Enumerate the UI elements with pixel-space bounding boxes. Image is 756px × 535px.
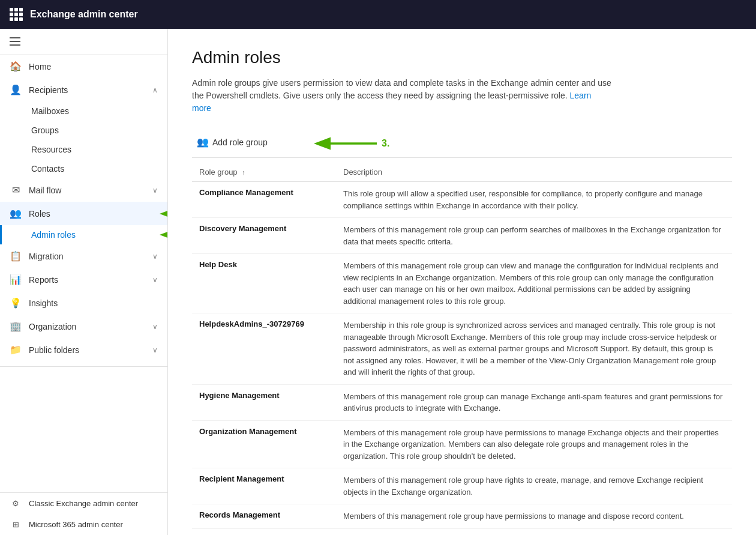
app-launcher-icon[interactable] [10, 8, 23, 21]
sort-icon: ↑ [242, 169, 245, 176]
role-name-cell: HelpdeskAdmins_-30729769 [192, 313, 336, 385]
chevron-down-icon: ∨ [152, 186, 158, 195]
sidebar-item-label: Organization [29, 322, 145, 331]
sidebar-item-label: Roles [29, 209, 158, 219]
description-cell: Members of this management role group ca… [336, 384, 732, 420]
table-row[interactable]: Records Management Members of this manag… [192, 504, 732, 529]
description-cell: This role group will allow a specified u… [336, 182, 732, 218]
sidebar-item-label: Public folders [29, 345, 145, 355]
role-name-cell: Hygiene Management [192, 384, 336, 420]
sidebar-item-label: Microsoft 365 admin center [29, 520, 158, 529]
description-cell: Members of this management role group ca… [336, 218, 732, 254]
home-icon: 🏠 [10, 61, 22, 72]
table-row[interactable]: Organization Management Members of this … [192, 420, 732, 468]
sidebar-item-m365-admin[interactable]: ⊞ Microsoft 365 admin center [0, 514, 167, 535]
sidebar-item-insights[interactable]: 💡 Insights [0, 291, 167, 315]
add-role-group-button[interactable]: 👥 Add role group [192, 134, 272, 150]
sidebar-item-contacts[interactable]: Contacts [0, 159, 167, 178]
annotation-arrow-3-svg [312, 134, 378, 153]
table-row[interactable]: Discovery Management Members of this man… [192, 218, 732, 254]
sidebar-item-label: Mail flow [29, 186, 145, 195]
sidebar-item-resources[interactable]: Resources [0, 140, 167, 159]
sidebar-divider [0, 366, 167, 367]
admin-roles-label: Admin roles [31, 230, 76, 240]
description-cell: Membership in this role group is synchro… [336, 313, 732, 385]
description-cell: Members of this management role group ha… [336, 468, 732, 504]
insights-icon: 💡 [10, 297, 22, 309]
add-role-icon: 👥 [197, 136, 209, 148]
contacts-label: Contacts [31, 164, 64, 174]
recipients-icon: 👤 [10, 84, 22, 95]
groups-label: Groups [31, 125, 59, 135]
sidebar-item-label: Classic Exchange admin center [29, 499, 158, 508]
chevron-down-icon: ∨ [152, 252, 158, 261]
page-description: Admin role groups give users permission … [192, 77, 612, 115]
sidebar-item-public-folders[interactable]: 📁 Public folders ∨ [0, 338, 167, 361]
chevron-down-icon: ∨ [152, 276, 158, 284]
sidebar-item-reports[interactable]: 📊 Reports ∨ [0, 268, 167, 291]
main-content: Admin roles Admin role groups give users… [168, 29, 756, 535]
m365-admin-icon: ⊞ [10, 520, 22, 529]
sidebar-item-roles[interactable]: 👥 Roles 1. [0, 202, 167, 225]
description-cell: Members of this management role group ha… [336, 504, 732, 529]
sidebar-item-migration[interactable]: 📋 Migration ∨ [0, 244, 167, 268]
mailboxes-label: Mailboxes [31, 106, 69, 116]
chevron-down-icon: ∨ [152, 322, 158, 331]
resources-label: Resources [31, 145, 71, 154]
sidebar-item-mailflow[interactable]: ✉ Mail flow ∨ [0, 178, 167, 202]
table-row[interactable]: HelpdeskAdmins_-30729769 Membership in t… [192, 313, 732, 385]
mailflow-icon: ✉ [10, 184, 22, 196]
sidebar: 🏠 Home 👤 Recipients ∧ Mailboxes Groups R… [0, 29, 168, 535]
sidebar-item-groups[interactable]: Groups [0, 121, 167, 140]
role-name-cell: Discovery Management [192, 218, 336, 254]
hamburger-icon [10, 37, 20, 46]
sidebar-item-label: Insights [29, 298, 158, 308]
sidebar-item-label: Home [29, 62, 158, 71]
description-cell: Members of this management role group ca… [336, 254, 732, 313]
role-name-cell: Compliance Management [192, 182, 336, 218]
sidebar-toggle[interactable] [0, 29, 167, 55]
sidebar-bottom: ⚙ Classic Exchange admin center ⊞ Micros… [0, 492, 167, 535]
annotation-3-label: 3. [382, 138, 389, 149]
table-row[interactable]: Compliance Management This role group wi… [192, 182, 732, 218]
role-name-cell: Help Desk [192, 254, 336, 313]
add-role-group-label: Add role group [212, 138, 268, 147]
annotation-arrow-2-svg [157, 226, 168, 243]
app-title: Exchange admin center [30, 9, 138, 20]
table-row[interactable]: Help Desk Members of this management rol… [192, 254, 732, 313]
sidebar-item-home[interactable]: 🏠 Home [0, 55, 167, 78]
role-name-cell: Recipient Management [192, 468, 336, 504]
chevron-up-icon: ∧ [152, 86, 158, 94]
sidebar-item-label: Recipients [29, 85, 145, 95]
sidebar-item-label: Migration [29, 252, 145, 261]
organization-icon: 🏢 [10, 321, 22, 332]
migration-icon: 📋 [10, 250, 22, 262]
roles-table: Role group ↑ Description Compliance Mana… [192, 163, 732, 529]
page-title: Admin roles [192, 48, 732, 67]
sidebar-item-recipients[interactable]: 👤 Recipients ∧ [0, 78, 167, 101]
classic-exchange-icon: ⚙ [10, 499, 22, 508]
description-cell: Members of this management role group ha… [336, 420, 732, 468]
annotation-arrow-1-svg [157, 205, 168, 222]
role-name-cell: Organization Management [192, 420, 336, 468]
table-row[interactable]: Hygiene Management Members of this manag… [192, 384, 732, 420]
roles-icon: 👥 [10, 208, 22, 219]
public-folders-icon: 📁 [10, 344, 22, 355]
chevron-down-icon: ∨ [152, 346, 158, 354]
sidebar-item-mailboxes[interactable]: Mailboxes [0, 101, 167, 121]
sidebar-item-label: Reports [29, 275, 145, 285]
sidebar-item-classic-exchange[interactable]: ⚙ Classic Exchange admin center [0, 493, 167, 514]
col-role-group[interactable]: Role group ↑ [192, 163, 336, 182]
sidebar-item-admin-roles[interactable]: Admin roles 2. [0, 225, 167, 244]
table-row[interactable]: Recipient Management Members of this man… [192, 468, 732, 504]
col-description: Description [336, 163, 732, 182]
reports-icon: 📊 [10, 274, 22, 285]
app-layout: 🏠 Home 👤 Recipients ∧ Mailboxes Groups R… [0, 29, 756, 535]
sidebar-item-organization[interactable]: 🏢 Organization ∨ [0, 315, 167, 338]
role-name-cell: Records Management [192, 504, 336, 529]
toolbar: 👥 Add role group 3. [192, 129, 732, 158]
topbar: Exchange admin center [0, 0, 756, 29]
